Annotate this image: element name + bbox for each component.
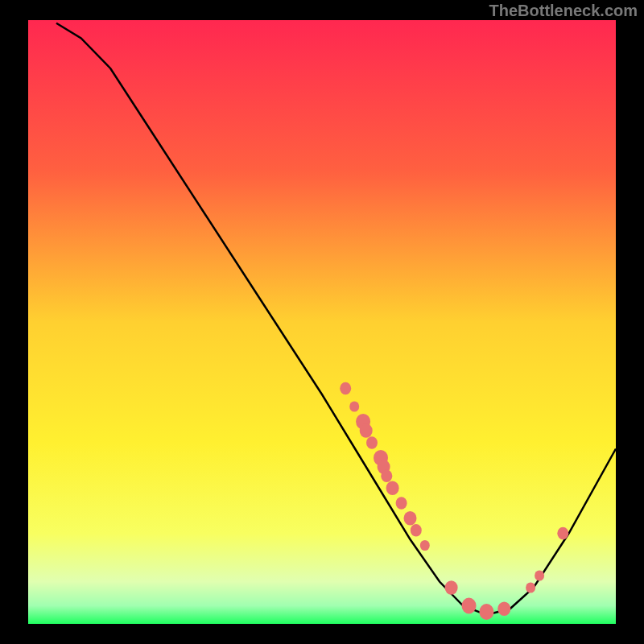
data-point (526, 582, 535, 592)
data-point (404, 511, 417, 526)
data-point (396, 497, 407, 509)
data-point (360, 423, 373, 438)
data-point (557, 527, 568, 539)
data-point (411, 524, 422, 536)
data-point (340, 382, 351, 394)
data-point (445, 580, 458, 595)
data-point (462, 598, 477, 614)
data-point (349, 401, 359, 411)
data-point (497, 602, 510, 617)
data-point (381, 470, 392, 482)
data-point (386, 481, 399, 496)
watermark-text: TheBottleneck.com (489, 2, 638, 20)
data-point (535, 570, 544, 580)
chart-container: { "watermark": "TheBottleneck.com", "cha… (0, 0, 644, 644)
chart-svg (0, 0, 644, 644)
data-point (479, 604, 493, 620)
plot-background (28, 20, 616, 624)
data-point (366, 436, 378, 448)
data-point (420, 540, 430, 551)
